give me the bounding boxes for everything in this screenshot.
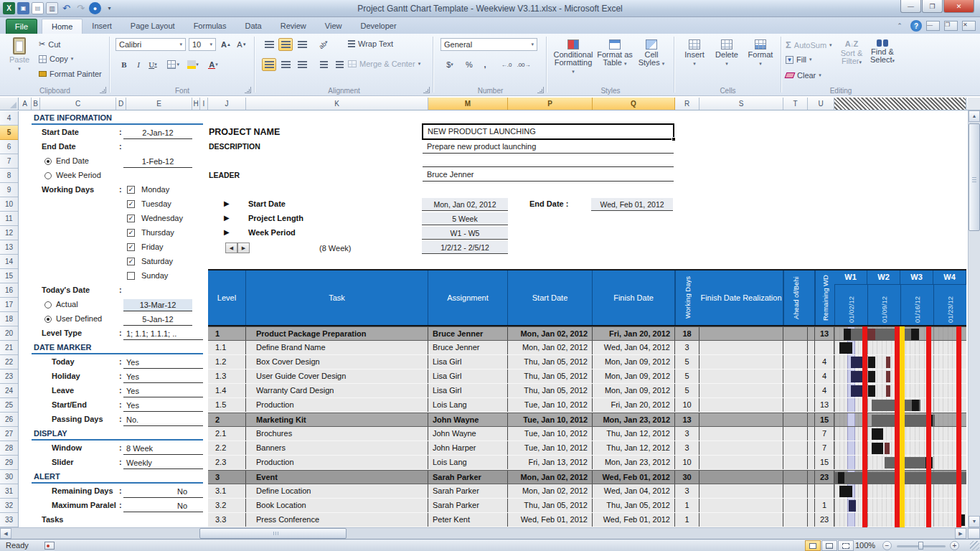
format-painter-button[interactable]: Format Painter xyxy=(39,70,102,78)
vertical-scrollbar[interactable]: ▲ ▼ xyxy=(968,110,980,527)
row-header-10[interactable]: 10 xyxy=(0,197,18,212)
paste-button[interactable]: Paste▾ xyxy=(6,37,33,72)
orientation-button[interactable]: ab▾ xyxy=(314,35,334,55)
task-row-1-2[interactable]: 1.2Box Cover DesignLisa GirlThu, Jan 05,… xyxy=(208,355,966,369)
row-header-17[interactable]: 17 xyxy=(0,298,18,312)
task-row-3-3[interactable]: 3.3Press ConferencePeter KentWed, Feb 01… xyxy=(208,513,966,527)
row-header-20[interactable]: 20 xyxy=(0,326,18,341)
visible-range-value[interactable]: 1/2/12 - 2/5/12 xyxy=(422,241,508,254)
row-header-18[interactable]: 18 xyxy=(0,312,18,326)
tab-developer[interactable]: Developer xyxy=(351,19,405,34)
row-header-12[interactable]: 12 xyxy=(0,226,18,240)
zoom-in-button[interactable]: + xyxy=(950,541,959,550)
bottom-align-button[interactable] xyxy=(295,38,309,51)
tab-formulas[interactable]: Formulas xyxy=(184,19,236,34)
font-size-combo[interactable]: 10▾ xyxy=(189,38,216,51)
panel-value-start-date[interactable]: 2-Jan-12 xyxy=(123,127,192,139)
panel-value-holiday[interactable]: Yes xyxy=(123,371,203,383)
align-center-button[interactable] xyxy=(278,58,293,71)
decrease-indent-button[interactable] xyxy=(316,58,331,71)
panel-value-end-date[interactable]: 1-Feb-12 xyxy=(123,156,192,168)
row-header-14[interactable]: 14 xyxy=(0,255,18,269)
zoom-level[interactable]: 100% xyxy=(855,541,875,550)
task-row-3-1[interactable]: 3.1Define LocationSarah ParkerMon, Jan 0… xyxy=(208,484,966,499)
panel-value-window[interactable]: 8 Week xyxy=(123,443,203,455)
decrease-decimal-button[interactable]: .00→ xyxy=(517,58,531,71)
row-header-22[interactable]: 22 xyxy=(0,355,18,369)
column-header-K[interactable]: K xyxy=(246,98,428,110)
row-header-21[interactable]: 21 xyxy=(0,341,18,355)
number-dialog-launcher[interactable] xyxy=(537,87,544,93)
radio-user-defined[interactable] xyxy=(44,316,52,323)
conditional-formatting-button[interactable]: Conditional Formatting ▾ xyxy=(552,39,594,75)
tab-review[interactable]: Review xyxy=(271,19,316,34)
panel-value-remaining-days[interactable]: No xyxy=(123,486,203,498)
checkbox-wednesday[interactable]: ✓ xyxy=(127,215,135,222)
column-header-C[interactable]: C xyxy=(40,98,116,110)
column-header-H[interactable]: H xyxy=(192,98,200,110)
font-name-combo[interactable]: Calibri▾ xyxy=(116,38,186,51)
task-row-2-3[interactable]: 2.3ProductionLois LangFri, Jan 13, 2012M… xyxy=(208,456,966,470)
zoom-out-button[interactable]: − xyxy=(882,541,892,550)
sort-filter-button[interactable]: A↓Z Sort & Filter▾ xyxy=(837,39,866,66)
increase-indent-button[interactable] xyxy=(332,58,347,71)
row-header-30[interactable]: 30 xyxy=(0,470,18,484)
row-header-4[interactable]: 4 xyxy=(0,111,18,126)
column-header-B[interactable]: B xyxy=(32,98,40,110)
percent-style-button[interactable]: % xyxy=(462,58,476,71)
comma-style-button[interactable]: , xyxy=(478,58,492,71)
row-header-31[interactable]: 31 xyxy=(0,484,18,499)
checkbox-tuesday[interactable]: ✓ xyxy=(127,200,135,208)
bold-button[interactable]: B xyxy=(117,58,131,71)
start-date-value[interactable]: Mon, Jan 02, 2012 xyxy=(422,198,508,211)
clipboard-dialog-launcher[interactable] xyxy=(100,87,106,93)
restore-button[interactable]: ❐ xyxy=(922,0,943,13)
underline-button[interactable]: U ▾ xyxy=(146,58,160,71)
align-right-button[interactable] xyxy=(295,58,309,71)
column-header-J[interactable]: J xyxy=(208,98,246,110)
column-header-E[interactable]: E xyxy=(126,98,192,110)
panel-value-slider[interactable]: Weekly xyxy=(123,457,203,469)
column-header-Q[interactable]: Q xyxy=(593,98,675,110)
wrap-text-button[interactable]: Wrap Text xyxy=(348,39,393,48)
select-all-corner[interactable] xyxy=(0,98,19,110)
panel-value-actual[interactable]: 13-Mar-12 xyxy=(123,299,192,311)
grow-font-button[interactable]: A▲ xyxy=(219,38,233,51)
row-header-15[interactable]: 15 xyxy=(0,269,18,283)
tab-view[interactable]: View xyxy=(316,19,352,34)
task-row-1-5[interactable]: 1.5ProductionLois LangTue, Jan 10, 2012F… xyxy=(208,398,966,413)
workbook-close-button[interactable]: ✕ xyxy=(962,21,976,31)
scroll-right-button[interactable]: ▶ xyxy=(237,242,250,253)
collapse-ribbon-icon[interactable]: ⌃ xyxy=(893,21,906,32)
accounting-format-button[interactable]: $ ▾ xyxy=(440,58,459,71)
scroll-left-button[interactable]: ◀ xyxy=(225,242,237,253)
fill-button[interactable]: ▼Fill ▾ xyxy=(786,55,812,64)
panel-value-start-end[interactable]: Yes xyxy=(123,400,203,412)
tab-page-layout[interactable]: Page Layout xyxy=(121,19,184,34)
panel-value-leave[interactable]: Yes xyxy=(123,385,203,397)
file-tab[interactable]: File xyxy=(6,19,37,34)
delete-cells-button[interactable]: Delete▾ xyxy=(712,39,742,67)
end-date-value[interactable]: Wed, Feb 01, 2012 xyxy=(591,198,673,211)
row-header-16[interactable]: 16 xyxy=(0,283,18,298)
minimize-button[interactable]: — xyxy=(900,0,921,13)
panel-value-maximum-paralel[interactable]: No xyxy=(123,500,203,512)
radio-end-date[interactable] xyxy=(44,158,52,165)
scroll-left-icon[interactable]: ◀ xyxy=(0,528,11,539)
font-color-button[interactable]: A▾ xyxy=(206,58,220,71)
row-header-9[interactable]: 9 xyxy=(0,183,18,197)
column-header-A[interactable]: A xyxy=(19,98,32,110)
help-icon[interactable]: ? xyxy=(910,20,922,32)
copy-button[interactable]: Copy ▾ xyxy=(39,55,73,63)
close-button[interactable]: ✕ xyxy=(943,0,974,13)
panel-value-level-type[interactable]: 1; 1.1; 1.1.1; .. xyxy=(123,328,203,340)
horizontal-scroll-thumb[interactable] xyxy=(199,528,347,539)
column-header-S[interactable]: S xyxy=(699,98,783,110)
cell-styles-button[interactable]: Cell Styles ▾ xyxy=(636,39,667,67)
column-header-M[interactable]: M xyxy=(428,98,508,110)
row-header-25[interactable]: 25 xyxy=(0,398,18,413)
fill-color-button[interactable]: ▾ xyxy=(186,58,200,71)
normal-view-button[interactable] xyxy=(805,540,821,551)
checkbox-sunday[interactable] xyxy=(127,272,135,280)
empty-underlined-cell[interactable] xyxy=(423,155,674,167)
